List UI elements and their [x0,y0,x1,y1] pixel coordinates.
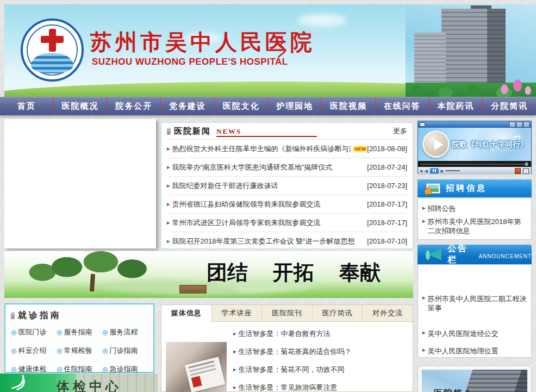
news-date: [2018-07-24] [367,163,407,171]
pause-icon [435,169,436,172]
next-button[interactable]: ▶ [441,169,444,173]
nav-item-hospital-overview[interactable]: 医院概况 [53,97,107,115]
nav-item-party-building[interactable]: 党务建设 [160,97,214,115]
announcement-row[interactable]: 苏州市吴中人民医院二期工程决策事 [422,294,529,313]
news-row[interactable]: 我院召开2018年度第三次党委工作会议 暨“进一步解放思想 [2018-07-1… [167,232,407,250]
media-link[interactable]: 生活智多星：菊花不同，功效不同 [239,365,345,375]
record-button[interactable] [515,168,521,174]
capsule-bullet-icon [11,312,15,319]
announcement-header: 公告栏 ANNOUNCEMENT [417,245,532,264]
play-button[interactable] [422,130,450,158]
guide-link-departments[interactable]: 科室介绍 [11,346,57,356]
announcement-link[interactable]: 吴中人民医院地理位置 [428,346,498,356]
video-player: – □ × ♫ ♪ 院歌《与红十字同行》 ■ ◀ ▶ [417,121,532,174]
nav-item-pharmacy-news[interactable]: 本院药讯 [429,97,483,115]
slogan-banner: 团结 开拓 奉献 [4,251,413,298]
media-row[interactable]: 生活智多星：中暑自救有方法 [233,325,408,343]
news-row[interactable]: 常州市武进区卫计局领导专家前来我院参观交流 [2018-07-17] [167,214,407,232]
media-row[interactable]: 生活智多星：菊花不同，功效不同 [233,360,408,378]
video-display-area[interactable]: ♫ ♪ 院歌《与红十字同行》 [418,128,531,161]
stop-button[interactable]: ■ [420,169,422,173]
nav-item-branch-news[interactable]: 分院简讯 [482,97,536,115]
news-link[interactable]: 热烈祝贺大外科主任陈革华主编的《新编外科疾病诊断与治 [172,144,351,154]
tab-medical-briefs[interactable]: 医疗简讯 [313,305,363,321]
guide-link-inpatient-guide[interactable]: 住院指南 [57,364,102,374]
arrow-bullet-icon [422,204,426,211]
news-date: [2018-07-17] [367,219,407,227]
tab-external-exchange[interactable]: 对外交流 [363,305,413,321]
news-row[interactable]: 贵州省德江县妇幼保健院领导前来我院参观交流 [2018-07-17] [167,195,407,214]
arrow-bullet-icon [233,330,236,337]
volume-slider[interactable] [446,170,460,171]
news-link[interactable]: 我院举办“南京医科大学医患沟通研究基地”揭牌仪式 [172,163,333,172]
maximize-button[interactable]: □ [516,122,522,127]
seek-bar[interactable] [418,161,531,167]
media-link[interactable]: 生活智多星：中暑自救有方法 [239,329,331,339]
circle-bullet-icon [102,365,108,373]
previous-button[interactable]: ◀ [425,169,427,173]
arrow-bullet-icon [167,201,170,208]
media-link[interactable]: 生活智多星：菊花茶真的适合你吗？ [239,347,352,357]
seek-handle[interactable] [525,163,528,166]
media-row[interactable]: 生活智多星：常见旅游病要注意 [233,378,408,392]
announcement-link[interactable]: 苏州市吴中人民医院二期工程决策事 [428,294,529,313]
arrow-bullet-icon [422,329,426,336]
seek-track [420,164,529,165]
news-row[interactable]: 我院举办“南京医科大学医患沟通研究基地”揭牌仪式 [2018-07-24] [167,158,407,177]
newspaper-decor [185,357,226,392]
nav-item-nursing[interactable]: 护理园地 [268,97,322,115]
minimize-button[interactable]: – [509,122,515,127]
player-controls: ■ ◀ ▶ [418,167,531,175]
announcement-row[interactable]: 吴中人民医院地理位置 [422,346,529,356]
nav-item-videos[interactable]: 医院视频 [321,97,375,115]
tab-hospital-journal[interactable]: 医院院刊 [262,305,313,321]
player-titlebar: – □ × [418,121,531,128]
nav-item-home[interactable]: 首页 [0,97,53,115]
circle-bullet-icon [57,328,62,336]
guide-link-outpatient-guide[interactable]: 门诊指南 [102,346,148,356]
arrow-bullet-icon [422,294,426,301]
logo-waves [31,53,73,73]
arrow-bullet-icon [422,346,426,353]
announcement-row[interactable]: 吴中人民医院途经公交 [422,329,529,338]
newspaper-masthead [191,376,202,387]
guide-link-outpatient[interactable]: 医院门诊 [11,327,57,337]
media-link[interactable]: 生活智多星：常见旅游病要注意 [239,383,338,392]
circle-bullet-icon [102,328,108,336]
recruit-link[interactable]: 招聘公告 [428,204,456,213]
guide-link-label: 急诊指南 [109,364,138,374]
news-row[interactable]: 热烈祝贺大外科主任陈革华主编的《新编外科疾病诊断与治 NEW [2018-08-… [167,140,407,158]
checkup-center-banner[interactable]: 体检中心 [0,374,158,392]
media-row[interactable]: 生活智多星：菊花茶真的适合你吗？ [233,343,408,360]
news-link[interactable]: 常州市武进区卫计局领导专家前来我院参观交流 [172,218,321,228]
news-date: [2018-07-17] [367,200,407,208]
pause-button[interactable] [430,168,439,173]
guide-link-health-checkup[interactable]: 健康体检 [11,364,57,374]
guide-link-label: 科室介绍 [18,346,46,356]
news-row[interactable]: 我院纪委对新任干部进行廉政谈话 [2018-07-23] [167,177,407,195]
close-button[interactable]: × [523,122,529,127]
recruit-link[interactable]: 苏州市吴中人民医院2018年第二次招聘信息 [428,217,527,235]
news-more-link[interactable]: 更多 [393,126,407,136]
tab-media-info[interactable]: 媒体信息 [161,305,212,322]
news-link[interactable]: 贵州省德江县妇幼保健院领导前来我院参观交流 [172,200,321,209]
playlist-toggle[interactable] [523,168,529,174]
nav-item-online-qa[interactable]: 在线问答 [375,97,429,115]
news-link[interactable]: 我院召开2018年度第三次党委工作会议 暨“进一步解放思想 [172,237,355,246]
guide-link-emergency-guide[interactable]: 急诊指南 [102,364,148,374]
recruit-row[interactable]: 苏州市吴中人民医院2018年第二次招聘信息 [422,217,527,235]
pause-icon [433,169,434,172]
guide-link-service-guide[interactable]: 服务指南 [57,327,102,337]
news-title: 医院新闻 [174,126,211,136]
guide-title: 就诊指南 [18,310,61,321]
recruit-header: 招聘信息 [417,179,532,197]
nav-item-hospital-culture[interactable]: 医院文化 [214,97,268,115]
guide-link-routine-tests[interactable]: 常规检验 [57,346,102,356]
guide-link-service-flow[interactable]: 服务流程 [102,327,148,337]
nav-item-affairs-public[interactable]: 院务公开 [107,97,160,115]
tab-academic-lectures[interactable]: 学术讲座 [212,305,263,321]
announcement-link[interactable]: 吴中人民医院途经公交 [428,329,498,338]
hospital-intro-card[interactable]: 医院简介 [417,365,532,392]
news-link[interactable]: 我院纪委对新任干部进行廉政谈话 [172,181,278,191]
recruit-row[interactable]: 招聘公告 [422,204,527,213]
